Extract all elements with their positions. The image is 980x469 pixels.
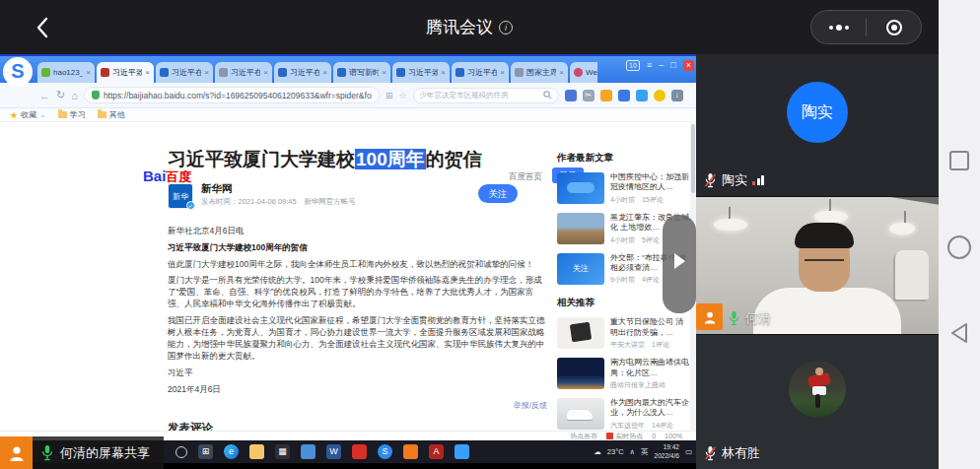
extension-alert-icon[interactable]: [654, 90, 665, 101]
more-options-button[interactable]: [811, 11, 866, 43]
tab-news-6[interactable]: 习近平在闽×: [452, 62, 509, 83]
taskbar-tray: ☁ 23°C ∧ 英 19:422022/4/6 ▭: [594, 440, 692, 463]
report-link[interactable]: 举报/反馈: [168, 400, 547, 411]
tab-news-7[interactable]: 国家主席习×: [511, 62, 568, 83]
refresh-icon[interactable]: ↻: [56, 89, 65, 101]
related-item[interactable]: 作为国内最大的汽车企业，为什么没人…汽车这些年 14评论: [557, 398, 690, 431]
sign-date: 2021年4月6日: [168, 384, 547, 396]
participant-tile-linyousheng[interactable]: 林有胜: [696, 335, 939, 469]
author-name[interactable]: 新华网: [201, 182, 233, 196]
extension-translate-icon[interactable]: [565, 90, 577, 101]
home-button[interactable]: [946, 234, 972, 264]
close-window-icon[interactable]: ×: [683, 60, 694, 71]
tab-close-icon[interactable]: ×: [500, 68, 505, 77]
hot-recommend-link[interactable]: 热点推荐: [570, 432, 597, 441]
play-arrow-icon: [674, 253, 685, 269]
tab-close-icon[interactable]: ×: [322, 68, 327, 77]
sidebar-toggle-flap[interactable]: [663, 215, 696, 313]
comment-heading: 发表评论: [168, 421, 547, 431]
follow-button[interactable]: 关注: [478, 184, 518, 203]
tab-article-active[interactable]: 习近平致厦×: [97, 62, 154, 83]
tab-close-icon[interactable]: ×: [204, 68, 209, 77]
zoom-level[interactable]: 100%: [665, 433, 682, 439]
tab-news-2[interactable]: 习近平在清×: [215, 62, 272, 83]
author-article-item[interactable]: 中国疾控中心：加强新冠疫情地区的人…4小时前 15评论: [557, 172, 690, 205]
tab-webvpn[interactable]: WebVpn×: [570, 62, 597, 83]
address-bar[interactable]: https://baijiahao.baidu.com/s?id=1696250…: [84, 87, 380, 103]
tab-close-icon[interactable]: ×: [145, 68, 150, 77]
folder-icon: [98, 111, 106, 118]
participant-name: 陶实: [722, 171, 747, 189]
related-item[interactable]: 重大节日保险公司 清明出行防受骗，…平安大讲堂 1评论: [557, 317, 690, 350]
extension-pen-icon[interactable]: [600, 90, 612, 101]
download-icon[interactable]: ↓: [671, 90, 683, 101]
news-favicon: [160, 68, 169, 77]
hot-icon: [606, 433, 613, 439]
tab-close-icon[interactable]: ×: [382, 68, 386, 77]
taskbar-sogou-icon[interactable]: S: [378, 444, 392, 459]
input-language[interactable]: 英: [641, 447, 649, 457]
participant-tile-taoshi[interactable]: 陶实 陶实: [696, 54, 939, 196]
taskbar-calculator-icon[interactable]: ▦: [275, 444, 290, 459]
taskbar-edge-icon[interactable]: e: [224, 444, 239, 459]
tab-news-4[interactable]: 谱写新时代×: [333, 62, 390, 83]
sogou-logo[interactable]: S: [3, 57, 33, 87]
extension-monitor-icon[interactable]: [636, 90, 648, 101]
minimize-icon[interactable]: –: [659, 60, 664, 71]
tab-news-3[interactable]: 习近平在海×: [274, 62, 331, 83]
bookmark-favorites[interactable]: ★收藏⌄: [10, 109, 46, 120]
paragraph: 厦门大学是一所具有光荣传统的大学。100年来，学校秉持爱国华侨领袖陈嘉庚先生的办…: [168, 275, 547, 310]
recents-button[interactable]: [948, 150, 970, 175]
share-banner: 何清的屏幕共享: [33, 436, 164, 469]
tab-close-icon[interactable]: ×: [263, 68, 268, 77]
related-item[interactable]: 南方电网云南曲靖供电局：化片区…曲靖日报掌上曲靖: [557, 358, 690, 390]
taskbar-search-icon[interactable]: [175, 446, 187, 458]
home-icon[interactable]: ⌂: [71, 90, 78, 101]
realtime-hot-link[interactable]: 实时热点: [606, 432, 643, 441]
tab-count-badge[interactable]: 10: [626, 60, 640, 71]
weather-icon[interactable]: ☁: [594, 447, 601, 456]
bookmark-folder-other[interactable]: 其他: [98, 109, 125, 120]
tab-news-1[interactable]: 习近平在福×: [156, 62, 213, 83]
bookmark-star-icon[interactable]: ☆: [398, 91, 406, 100]
back-icon[interactable]: ←: [39, 90, 50, 101]
toolbar-search-box[interactable]: 少年宫决定市区规模的住房: [413, 88, 559, 103]
back-nav-button[interactable]: [947, 321, 971, 349]
temperature[interactable]: 23°C: [607, 447, 624, 456]
taskbar-app-icon[interactable]: [455, 444, 469, 459]
taskbar-word-icon[interactable]: W: [326, 444, 341, 459]
taskbar-adobe-icon[interactable]: A: [429, 444, 444, 459]
taskbar-clock[interactable]: 19:422022/4/6: [655, 443, 679, 460]
participant-tile-heqing[interactable]: 何清: [696, 197, 939, 334]
tab-close-icon[interactable]: ×: [559, 68, 564, 77]
info-icon[interactable]: i: [499, 21, 513, 34]
tab-news-5[interactable]: 习近平致厦×: [392, 62, 450, 83]
signature: 习近平: [168, 368, 547, 379]
chevron-down-icon: ⌄: [39, 110, 46, 119]
tab-hao123[interactable]: hao123_上×: [37, 62, 95, 83]
notification-icon[interactable]: ▭: [685, 447, 692, 456]
scrollbar-thumb[interactable]: [691, 124, 695, 193]
baijiahao-favicon: [101, 68, 109, 77]
shared-screen: hao123_上× 习近平致厦× 习近平在福× 习近平在清× 习近平在海× 谱写…: [0, 54, 696, 469]
menu-icon[interactable]: ≡: [647, 60, 652, 71]
extension-screenshot-icon[interactable]: ✂: [583, 90, 595, 101]
publish-meta: 发布时间：2021-04-06 09:45 新华网官方帐号: [201, 197, 356, 207]
article-title: 习近平致厦门大学建校100周年的贺信: [168, 148, 547, 171]
tab-close-icon[interactable]: ×: [86, 68, 91, 77]
tab-close-icon[interactable]: ×: [441, 68, 446, 77]
grid-icon[interactable]: ⊞: [385, 91, 393, 100]
close-capsule-button[interactable]: [867, 11, 921, 43]
mic-muted-icon: [704, 445, 717, 461]
extension-collect-icon[interactable]: [618, 90, 630, 101]
article: 习近平致厦门大学建校100周年的贺信 新华 ✓ 新华网 发布时间：2021-04…: [168, 148, 547, 431]
browser-tabs: hao123_上× 习近平致厦× 习近平在福× 习近平在清× 习近平在海× 谱写…: [37, 62, 597, 83]
maximize-icon[interactable]: □: [670, 60, 675, 71]
taskbar-explorer-icon[interactable]: [249, 444, 264, 459]
task-view-icon[interactable]: ⊞: [198, 444, 213, 459]
bookmark-folder-study[interactable]: 学习: [58, 109, 86, 120]
tray-expand-icon[interactable]: ∧: [630, 447, 636, 456]
taskbar-pdf-icon[interactable]: [352, 444, 367, 459]
taskbar-folder-icon[interactable]: [301, 444, 315, 459]
taskbar-foxit-icon[interactable]: [403, 444, 418, 459]
